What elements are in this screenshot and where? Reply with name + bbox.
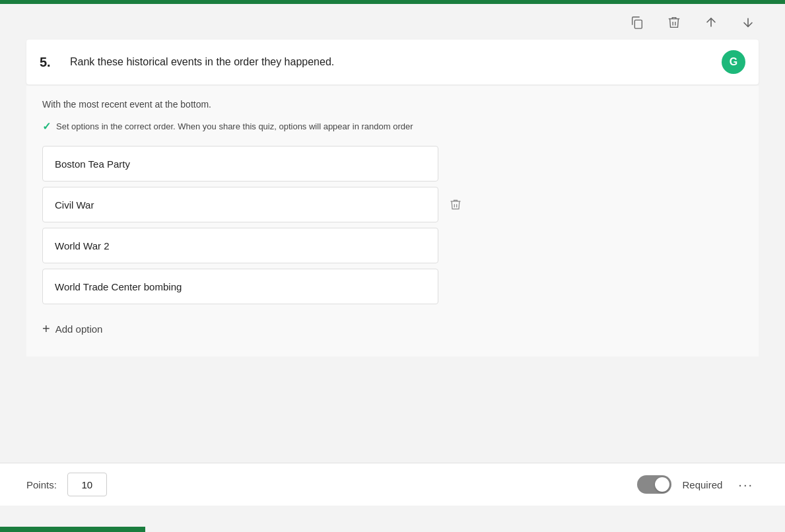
points-input[interactable] xyxy=(67,473,107,496)
question-header: 5. Rank these historical events in the o… xyxy=(26,40,759,84)
options-list: Boston Tea Party Civil War xyxy=(42,146,743,304)
option-1[interactable]: Boston Tea Party xyxy=(42,146,438,182)
instruction-text: With the most recent event at the bottom… xyxy=(42,99,743,110)
required-label: Required xyxy=(682,479,722,490)
option-2-delete-button[interactable] xyxy=(444,193,467,216)
add-option-button[interactable]: + Add option xyxy=(42,317,102,341)
correct-order-text: Set options in the correct order. When y… xyxy=(56,121,413,131)
copy-icon[interactable] xyxy=(627,12,648,33)
move-down-icon[interactable] xyxy=(737,12,759,33)
option-row: World Trade Center bombing xyxy=(42,269,743,304)
option-2[interactable]: Civil War xyxy=(42,187,438,222)
check-icon: ✓ xyxy=(42,120,51,133)
svg-rect-0 xyxy=(634,20,642,28)
question-number: 5. xyxy=(40,55,59,70)
avatar: G xyxy=(722,50,745,74)
option-4[interactable]: World Trade Center bombing xyxy=(42,269,438,304)
points-label: Points: xyxy=(26,479,57,490)
add-option-label: Add option xyxy=(55,323,103,335)
footer-bar: Points: Required ··· xyxy=(0,463,785,506)
option-row: Civil War xyxy=(42,187,743,222)
footer-right: Required ··· xyxy=(637,475,759,495)
option-3[interactable]: World War 2 xyxy=(42,228,438,263)
top-bar xyxy=(0,0,785,4)
toolbar xyxy=(0,0,785,40)
correct-order-note: ✓ Set options in the correct order. When… xyxy=(42,120,743,133)
bottom-green-bar xyxy=(0,527,145,532)
toggle-container xyxy=(637,475,671,494)
main-content: 5. Rank these historical events in the o… xyxy=(0,40,785,356)
option-row: World War 2 xyxy=(42,228,743,263)
required-toggle[interactable] xyxy=(637,475,671,494)
body-card: With the most recent event at the bottom… xyxy=(26,86,759,356)
question-card: 5. Rank these historical events in the o… xyxy=(26,40,759,84)
plus-icon: + xyxy=(42,321,50,337)
more-options-button[interactable]: ··· xyxy=(733,475,759,495)
delete-icon[interactable] xyxy=(664,12,685,33)
toggle-knob xyxy=(655,477,669,492)
move-up-icon[interactable] xyxy=(700,12,722,33)
question-text: Rank these historical events in the orde… xyxy=(70,56,711,68)
option-row: Boston Tea Party xyxy=(42,146,743,182)
